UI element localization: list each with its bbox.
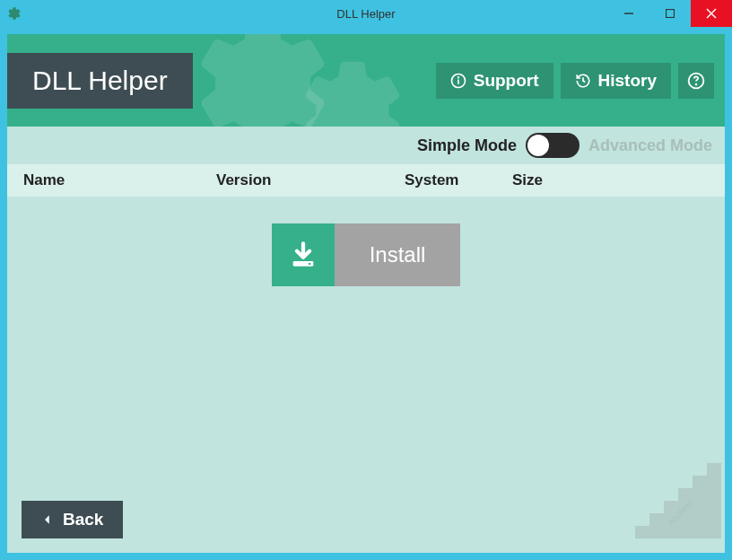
close-icon	[706, 8, 717, 19]
history-label: History	[598, 71, 657, 91]
app-title-box: DLL Helper	[7, 53, 193, 109]
svg-point-10	[309, 263, 311, 266]
column-version: Version	[216, 171, 405, 189]
app-title: DLL Helper	[32, 66, 168, 96]
svg-point-8	[696, 83, 697, 84]
footer: Back	[22, 501, 123, 538]
minimize-button[interactable]	[608, 0, 649, 27]
app-icon	[7, 6, 22, 21]
support-button[interactable]: Support	[436, 63, 553, 99]
history-button[interactable]: History	[561, 63, 671, 99]
gear-decoration	[294, 52, 411, 127]
svg-rect-1	[667, 10, 675, 18]
install-button[interactable]: Install	[335, 223, 460, 286]
back-label: Back	[63, 510, 103, 529]
window-controls	[608, 0, 732, 27]
table-header: Name Version System Size	[7, 164, 725, 197]
column-system: System	[405, 171, 512, 189]
main-panel: DLL Helper Support History Simple Mode	[7, 34, 725, 553]
outer-frame: DLL Helper Support History Simple Mode	[0, 27, 732, 560]
window-title: DLL Helper	[336, 7, 395, 21]
maximize-icon	[666, 9, 675, 18]
help-button[interactable]	[678, 63, 714, 99]
mode-toggle[interactable]	[526, 133, 580, 158]
back-button[interactable]: Back	[22, 501, 123, 538]
mode-bar: Simple Mode Advanced Mode	[7, 127, 725, 164]
titlebar: DLL Helper	[0, 0, 732, 27]
column-name: Name	[23, 171, 216, 189]
header-buttons: Support History	[436, 63, 714, 99]
support-label: Support	[474, 71, 539, 91]
content-area: Install	[7, 197, 725, 286]
toggle-knob	[527, 135, 549, 156]
advanced-mode-label: Advanced Mode	[588, 136, 712, 155]
svg-rect-12	[693, 476, 721, 488]
simple-mode-label: Simple Mode	[417, 136, 517, 155]
svg-rect-15	[649, 513, 721, 526]
info-icon	[450, 73, 466, 89]
svg-rect-16	[635, 526, 721, 538]
column-size: Size	[512, 171, 709, 189]
minimize-icon	[624, 9, 633, 18]
install-group: Install	[272, 223, 460, 286]
svg-point-6	[458, 76, 458, 77]
install-icon-box	[272, 223, 335, 286]
download-icon	[288, 240, 318, 270]
history-icon	[575, 73, 591, 89]
svg-rect-11	[707, 463, 721, 476]
watermark: AppNee	[626, 454, 725, 553]
install-label: Install	[370, 242, 426, 267]
maximize-button[interactable]	[649, 0, 691, 27]
help-icon	[687, 72, 705, 90]
chevron-left-icon	[41, 513, 54, 526]
app-header: DLL Helper Support History	[7, 34, 725, 127]
svg-rect-13	[678, 488, 721, 501]
close-button[interactable]	[691, 0, 732, 27]
